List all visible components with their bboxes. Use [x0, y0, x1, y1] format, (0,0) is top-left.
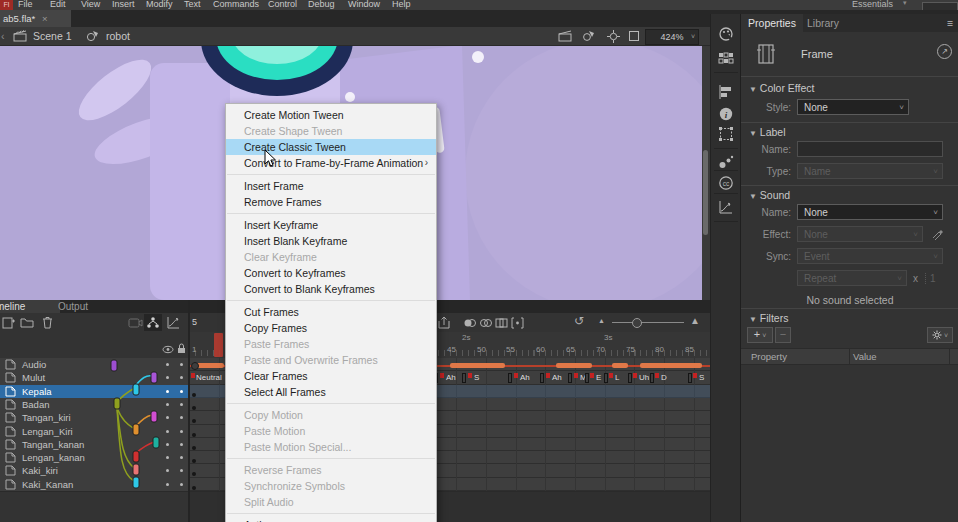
tab-library[interactable]: Library	[807, 14, 839, 32]
camera-layer-icon[interactable]	[128, 317, 143, 328]
keyframe-dot	[192, 406, 196, 410]
menu-item-copy-frames[interactable]: Copy Frames	[226, 320, 436, 336]
center-frame-icon[interactable]	[607, 30, 620, 43]
tab-properties[interactable]: Properties	[741, 14, 803, 32]
animate-logo[interactable]: Fl	[0, 0, 13, 10]
search-input[interactable]	[922, 2, 958, 10]
parent-marker[interactable]	[151, 411, 157, 422]
new-folder-icon[interactable]	[20, 317, 34, 328]
parent-marker[interactable]	[133, 424, 139, 435]
canvas-vscrollbar[interactable]	[702, 45, 710, 300]
menu-item-remove-frames[interactable]: Remove Frames	[226, 194, 436, 210]
timeline-zoom-slider[interactable]	[612, 322, 684, 323]
lock-all-layers-icon[interactable]	[177, 343, 186, 354]
menu-item-convert-to-blank-keyframes[interactable]: Convert to Blank Keyframes	[226, 281, 436, 297]
filter-options-button[interactable]: ˅	[927, 327, 953, 343]
align-panel-icon[interactable]	[718, 84, 734, 100]
menu-insert[interactable]: Insert	[112, 0, 135, 9]
modify-markers-icon[interactable]	[511, 317, 524, 329]
menu-text[interactable]: Text	[184, 0, 201, 9]
workspace-switcher[interactable]: Essentials	[852, 0, 893, 9]
edit-scene-icon[interactable]	[558, 30, 573, 42]
close-icon[interactable]: ×	[42, 13, 48, 24]
symbol-breadcrumb[interactable]: robot	[106, 27, 130, 45]
parent-marker[interactable]	[133, 464, 139, 475]
reset-timeline-zoom-icon[interactable]: ↺	[574, 314, 584, 328]
edit-symbols-icon[interactable]	[582, 30, 596, 42]
tab-timeline[interactable]: Timeline	[0, 300, 60, 313]
menu-edit[interactable]: Edit	[50, 0, 66, 9]
menu-item-cut-frames[interactable]: Cut Frames	[226, 304, 436, 320]
menu-item-insert-keyframe[interactable]: Insert Keyframe	[226, 217, 436, 233]
back-arrow-icon[interactable]: ‹	[1, 27, 5, 45]
parent-marker[interactable]	[114, 398, 120, 409]
show-hide-all-layers-eye-icon[interactable]	[162, 345, 174, 354]
menu-item-actions[interactable]: Actions	[226, 517, 436, 522]
menu-item-insert-blank-keyframe[interactable]: Insert Blank Keyframe	[226, 233, 436, 249]
scene-breadcrumb[interactable]: Scene 1	[33, 27, 72, 45]
menu-file[interactable]: File	[18, 0, 33, 9]
clip-content-icon[interactable]	[628, 30, 640, 42]
menu-window[interactable]: Window	[348, 0, 380, 9]
transform-panel-icon[interactable]	[718, 126, 734, 142]
new-layer-icon[interactable]	[2, 316, 15, 329]
menu-view[interactable]: View	[81, 0, 100, 9]
label-name-input[interactable]	[797, 141, 943, 157]
parent-marker[interactable]	[111, 360, 117, 371]
parent-marker[interactable]	[133, 451, 139, 462]
menu-item-create-motion-tween[interactable]: Create Motion Tween	[226, 107, 436, 123]
section-filters[interactable]: ▼ Filters	[749, 312, 788, 324]
cc-libraries-panel-icon[interactable]: cc	[718, 175, 734, 191]
parent-marker[interactable]	[133, 477, 139, 488]
scene-clapper-icon	[13, 30, 27, 42]
frame-label: D	[661, 371, 667, 384]
remove-filter-button[interactable]: −	[775, 327, 791, 343]
menu-item-select-all-frames[interactable]: Select All Frames	[226, 384, 436, 400]
show-tween-graph-icon[interactable]	[166, 316, 180, 329]
layer-page-icon	[5, 479, 16, 490]
parent-marker[interactable]	[151, 372, 157, 383]
zoom-out-frames-icon[interactable]: ▲	[598, 317, 605, 324]
delete-layer-trash-icon[interactable]	[42, 316, 53, 329]
export-frame-icon[interactable]	[437, 316, 451, 329]
menu-item-create-classic-tween[interactable]: Create Classic Tween	[226, 139, 436, 155]
menu-help[interactable]: Help	[392, 0, 411, 9]
parent-marker[interactable]	[153, 437, 159, 448]
parent-view-toggle[interactable]	[144, 314, 162, 331]
parent-marker[interactable]	[133, 384, 139, 395]
timeline-zoom-slider-handle[interactable]	[632, 318, 642, 328]
sound-sync-select: Event˅	[797, 248, 943, 264]
zoom-level-select[interactable]: 424% ˅	[645, 29, 699, 45]
menu-modify[interactable]: Modify	[146, 0, 173, 9]
brush-library-panel-icon[interactable]	[718, 154, 734, 170]
edit-sound-envelope-icon[interactable]	[931, 228, 943, 240]
zoom-in-frames-icon[interactable]: ▲	[690, 315, 700, 326]
menu-debug[interactable]: Debug	[308, 0, 335, 9]
section-label[interactable]: ▼ Label	[749, 126, 786, 138]
style-select[interactable]: None˅	[797, 99, 909, 115]
edit-multiple-frames-icon[interactable]	[495, 317, 508, 329]
motion-presets-panel-icon[interactable]	[718, 199, 734, 215]
panel-menu-icon[interactable]: ≡	[947, 14, 953, 32]
canvas-vscrollbar-thumb[interactable]	[703, 150, 708, 235]
symbol-icon	[86, 30, 100, 42]
color-panel-icon[interactable]	[718, 26, 734, 42]
menu-item-insert-frame[interactable]: Insert Frame	[226, 178, 436, 194]
swatches-panel-icon[interactable]	[718, 50, 734, 66]
onion-skin-outlines-icon[interactable]	[479, 317, 492, 329]
onion-skin-icon[interactable]	[463, 317, 476, 329]
menu-item-convert-to-keyframes[interactable]: Convert to Keyframes	[226, 265, 436, 281]
menu-commands[interactable]: Commands	[213, 0, 259, 9]
menu-item-convert-to-frame-by-frame[interactable]: Convert to Frame-by-Frame Animation›	[226, 155, 436, 171]
playhead[interactable]	[214, 333, 223, 357]
section-color-effect[interactable]: ▼ Color Effect	[749, 82, 815, 94]
section-sound[interactable]: ▼ Sound	[749, 189, 790, 201]
tab-output[interactable]: Output	[58, 300, 88, 313]
info-panel-icon[interactable]: i	[718, 106, 734, 122]
document-tab[interactable]: ab5.fla* ×	[0, 10, 71, 27]
menu-control[interactable]: Control	[268, 0, 297, 9]
menu-item-clear-frames[interactable]: Clear Frames	[226, 368, 436, 384]
add-filter-button[interactable]: + ˅	[747, 327, 773, 343]
help-share-icon[interactable]: ↗	[937, 44, 952, 59]
sound-name-select[interactable]: None˅	[797, 204, 943, 220]
